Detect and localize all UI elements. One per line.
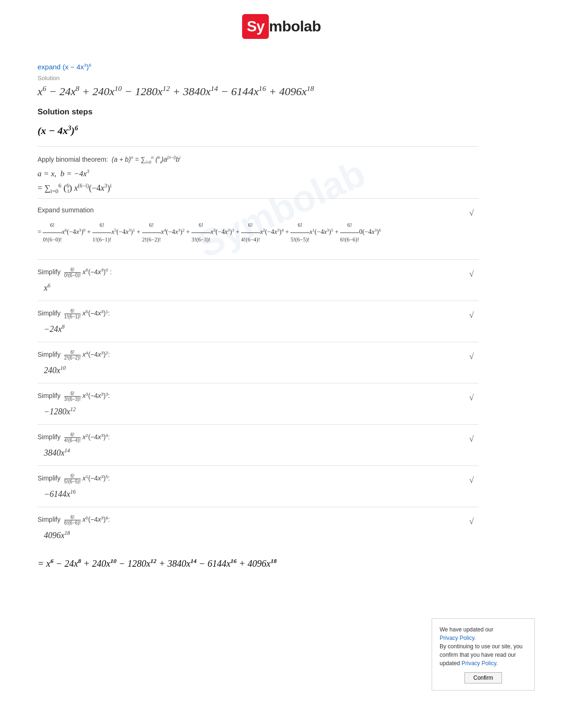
initial-expression: (x − 4x3)6 bbox=[38, 124, 479, 137]
simplify-step-2: √ Simplify 6!2!(6−2)! x4(−4x3)2: 240x10 bbox=[38, 342, 479, 383]
final-result: = x6 − 24x8 + 240x10 − 1280x12 + 3840x14… bbox=[38, 557, 479, 569]
confirm-button[interactable]: Confirm bbox=[464, 672, 502, 683]
simplify-chevron-0[interactable]: √ bbox=[469, 269, 474, 279]
simplify-header-3: Simplify 6!3!(6−3)! x3(−4x3)3: bbox=[38, 391, 479, 402]
binomial-text: Apply binomial theorem: (a + b)n = ∑i=0n… bbox=[38, 155, 479, 165]
query-line: expand (x − 4x3)6 bbox=[38, 62, 479, 71]
expand-summation-label: Expand summation bbox=[38, 206, 94, 214]
simplify-chevron-6[interactable]: √ bbox=[469, 517, 474, 526]
divider-1 bbox=[38, 146, 479, 147]
simplify-result-1: −24x8 bbox=[38, 324, 479, 334]
ab-values: a = x, b = −4x3 bbox=[38, 168, 479, 179]
logo-mbolab: mbolab bbox=[269, 18, 321, 35]
simplify-result-2: 240x10 bbox=[38, 365, 479, 375]
simplify-chevron-1[interactable]: √ bbox=[469, 310, 474, 320]
simplify-chevron-4[interactable]: √ bbox=[469, 434, 474, 444]
simplify-chevron-3[interactable]: √ bbox=[469, 393, 474, 403]
simplify-header-2: Simplify 6!2!(6−2)! x4(−4x3)2: bbox=[38, 350, 479, 360]
expand-summation-chevron[interactable]: √ bbox=[469, 208, 474, 218]
simplify-step-4: √ Simplify 6!4!(6−4)! x2(−4x3)4: 3840x14 bbox=[38, 424, 479, 465]
simplify-header-6: Simplify 6!6!(6−6)! x0(−4x3)6: bbox=[38, 515, 479, 525]
simplify-step-5: √ Simplify 6!5!(6−5)! x1(−4x3)5: −6144x1… bbox=[38, 465, 479, 507]
privacy-popup: We have updated our Privacy Policy. By c… bbox=[432, 618, 535, 690]
simplify-step-1: √ Simplify 6!1!(6−1)! x5(−4x3)1: −24x8 bbox=[38, 300, 479, 342]
binomial-step: Apply binomial theorem: (a + b)n = ∑i=0n… bbox=[38, 155, 479, 195]
simplify-header-5: Simplify 6!5!(6−5)! x1(−4x3)5: bbox=[38, 473, 479, 484]
simplify-frac-0: 6!0!(6−0)! x6(−4x3)0 bbox=[62, 268, 110, 276]
simplify-result-4: 3840x14 bbox=[38, 448, 479, 458]
simplify-result-0: x6 bbox=[38, 283, 479, 293]
query-expression: (x − 4x3)6 bbox=[62, 63, 91, 71]
header: Symbolab bbox=[0, 0, 563, 48]
privacy-link-2[interactable]: Privacy Policy. bbox=[462, 660, 498, 667]
simplify-header-4: Simplify 6!4!(6−4)! x2(−4x3)4: bbox=[38, 432, 479, 443]
logo: Symbolab bbox=[242, 14, 321, 39]
simplify-step-6: √ Simplify 6!6!(6−6)! x0(−4x3)6: 4096x18 bbox=[38, 507, 479, 548]
main-content: expand (x − 4x3)6 Solution x6 − 24x8 + 2… bbox=[0, 48, 516, 597]
logo-sy: Sy bbox=[242, 14, 269, 39]
simplify-step-3: √ Simplify 6!3!(6−3)! x3(−4x3)3: −1280x1… bbox=[38, 383, 479, 424]
simplify-result-6: 4096x18 bbox=[38, 530, 479, 540]
expand-summation-header[interactable]: Expand summation bbox=[38, 206, 479, 214]
simplify-header-0: Simplify 6!0!(6−0)! x6(−4x3)0 : bbox=[38, 267, 479, 278]
simplify-result-3: −1280x12 bbox=[38, 406, 479, 417]
simplify-label-0: Simplify bbox=[38, 268, 61, 276]
solution-steps-title: Solution steps bbox=[38, 107, 479, 117]
simplify-chevron-2[interactable]: √ bbox=[469, 352, 474, 361]
simplify-header-1: Simplify 6!1!(6−1)! x5(−4x3)1: bbox=[38, 308, 479, 319]
solution-label: Solution bbox=[38, 75, 479, 82]
simplify-chevron-5[interactable]: √ bbox=[469, 475, 474, 485]
simplify-result-5: −6144x16 bbox=[38, 489, 479, 499]
main-result: x6 − 24x8 + 240x10 − 1280x12 + 3840x14 −… bbox=[38, 84, 479, 98]
sum-expression: = ∑i=06 (6i) x(6−i)(−4x3)i bbox=[38, 182, 479, 195]
expand-summation-expr: = 6!0!(6−0)!x6(−4x3)0 + 6!1!(6−1)!x5(−4x… bbox=[38, 218, 479, 247]
expand-summation-step: Expand summation √ = 6!0!(6−0)!x6(−4x3)0… bbox=[38, 198, 479, 259]
privacy-link-1[interactable]: Privacy Policy. bbox=[440, 635, 476, 641]
privacy-text-1: We have updated our bbox=[440, 626, 494, 633]
simplify-step-0: √ Simplify 6!0!(6−0)! x6(−4x3)0 : x6 bbox=[38, 259, 479, 300]
query-prefix: expand bbox=[38, 63, 61, 71]
